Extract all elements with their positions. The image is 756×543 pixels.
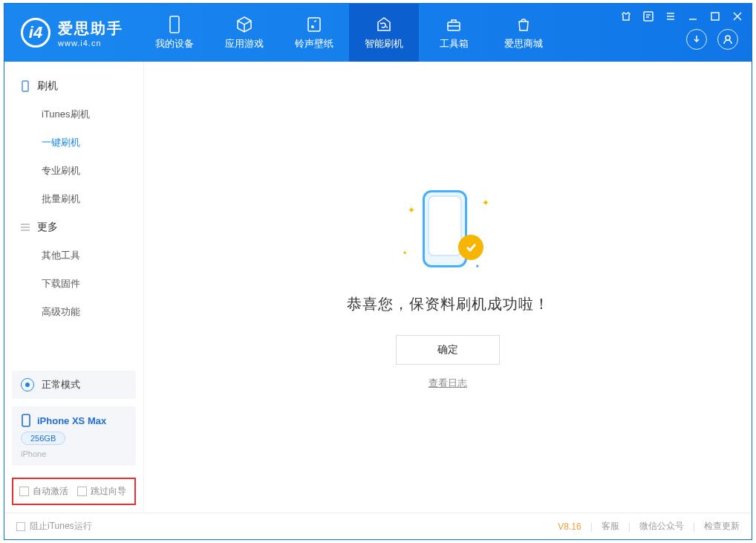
close-icon[interactable]: [731, 10, 744, 23]
device-box[interactable]: iPhone XS Max 256GB iPhone: [12, 406, 136, 466]
sparkle-icon: •: [403, 248, 406, 259]
phone-icon: [423, 190, 467, 267]
nav-group-label: 刷机: [37, 79, 58, 93]
menu-icon[interactable]: [664, 10, 677, 23]
storage-badge: 256GB: [21, 432, 65, 445]
checkbox-auto-activate[interactable]: 自动激活: [19, 485, 68, 498]
svg-rect-1: [308, 18, 320, 31]
device-type: iPhone: [21, 449, 127, 458]
nav-item-pro-flash[interactable]: 专业刷机: [4, 157, 143, 185]
nav-group-label: 更多: [37, 221, 58, 234]
user-icon[interactable]: [717, 29, 738, 50]
device-icon: [165, 15, 184, 34]
tab-label: 爱思商城: [504, 37, 543, 51]
checkbox-icon: [16, 522, 25, 531]
user-controls: [686, 29, 738, 50]
footer-right: V8.16 | 客服 | 微信公众号 | 检查更新: [558, 520, 740, 533]
tab-label: 铃声壁纸: [295, 37, 333, 51]
checkbox-label: 自动激活: [33, 485, 68, 498]
nav-item-download-firmware[interactable]: 下载固件: [4, 270, 143, 298]
check-badge-icon: [458, 235, 483, 260]
sidebar: 刷机 iTunes刷机 一键刷机 专业刷机 批量刷机 更多 其他工具 下载固件 …: [4, 62, 144, 513]
app-url: www.i4.cn: [58, 39, 123, 48]
device-name: iPhone XS Max: [37, 415, 106, 426]
status-label: 正常模式: [42, 378, 80, 391]
logo-icon: i4: [21, 18, 50, 48]
options-highlight-box: 自动激活 跳过向导: [12, 478, 136, 505]
refresh-icon: [374, 15, 394, 34]
download-icon[interactable]: [686, 29, 707, 50]
checkbox-icon: [77, 487, 87, 496]
maximize-icon[interactable]: [708, 10, 722, 23]
main-content: ✦ ✦ • • 恭喜您，保资料刷机成功啦！ 确定 查看日志: [144, 62, 752, 513]
tab-label: 智能刷机: [365, 37, 403, 51]
tab-store[interactable]: 爱思商城: [489, 4, 558, 62]
toolbox-icon: [444, 15, 463, 34]
footer-link-support[interactable]: 客服: [602, 520, 619, 533]
body: 刷机 iTunes刷机 一键刷机 专业刷机 批量刷机 更多 其他工具 下载固件 …: [4, 62, 752, 513]
sparkle-icon: ✦: [408, 205, 415, 215]
nav-item-itunes-flash[interactable]: iTunes刷机: [4, 100, 143, 129]
nav-group-flash: 刷机: [4, 72, 143, 100]
footer-link-update[interactable]: 检查更新: [704, 520, 740, 533]
app-name: 爱思助手: [58, 19, 123, 39]
success-illustration: ✦ ✦ • •: [403, 184, 492, 273]
status-box[interactable]: 正常模式: [12, 371, 136, 399]
window-controls: [619, 10, 744, 23]
title-bar: i4 爱思助手 www.i4.cn 我的设备 应用游戏 铃声壁纸 智能刷机: [4, 4, 752, 62]
tab-label: 我的设备: [155, 37, 194, 51]
ok-button[interactable]: 确定: [396, 335, 500, 365]
nav-group-more: 更多: [4, 213, 143, 241]
top-tabs: 我的设备 应用游戏 铃声壁纸 智能刷机 工具箱 爱思商城: [140, 4, 558, 62]
svg-rect-6: [22, 81, 28, 91]
nav-item-other-tools[interactable]: 其他工具: [4, 241, 143, 270]
checkbox-label: 阻止iTunes运行: [30, 520, 92, 533]
minimize-icon[interactable]: [686, 10, 700, 23]
app-window: i4 爱思助手 www.i4.cn 我的设备 应用游戏 铃声壁纸 智能刷机: [4, 3, 752, 540]
svg-point-5: [726, 36, 730, 40]
footer: 阻止iTunes运行 V8.16 | 客服 | 微信公众号 | 检查更新: [4, 513, 752, 539]
checkbox-skip-guide[interactable]: 跳过向导: [77, 485, 126, 498]
tab-label: 应用游戏: [225, 37, 264, 51]
version-label: V8.16: [558, 521, 581, 532]
view-log-link[interactable]: 查看日志: [428, 377, 467, 390]
cube-icon: [235, 15, 254, 34]
sidebar-nav: 刷机 iTunes刷机 一键刷机 专业刷机 批量刷机 更多 其他工具 下载固件 …: [4, 62, 143, 365]
checkbox-label: 跳过向导: [91, 485, 126, 498]
status-icon: [21, 378, 34, 391]
footer-link-wechat[interactable]: 微信公众号: [639, 520, 684, 533]
nav-item-batch-flash[interactable]: 批量刷机: [4, 185, 143, 213]
tab-toolbox[interactable]: 工具箱: [419, 4, 489, 62]
success-message: 恭喜您，保资料刷机成功啦！: [347, 294, 550, 314]
feedback-icon[interactable]: [642, 10, 655, 23]
sparkle-icon: ✦: [482, 198, 489, 208]
nav-item-oneclick-flash[interactable]: 一键刷机: [4, 129, 143, 157]
store-icon: [514, 15, 533, 34]
svg-rect-0: [170, 16, 179, 33]
svg-rect-4: [711, 13, 719, 20]
nav-item-advanced[interactable]: 高级功能: [4, 298, 143, 326]
device-name-row: iPhone XS Max: [21, 414, 127, 427]
sparkle-icon: •: [476, 261, 479, 272]
checkbox-stop-itunes[interactable]: 阻止iTunes运行: [16, 520, 92, 533]
shirt-icon[interactable]: [619, 10, 633, 23]
logo-area: i4 爱思助手 www.i4.cn: [4, 4, 140, 62]
svg-rect-3: [644, 12, 653, 21]
tab-smart-flash[interactable]: 智能刷机: [349, 4, 419, 62]
music-icon: [304, 15, 324, 34]
logo-text: 爱思助手 www.i4.cn: [58, 19, 123, 48]
tab-my-device[interactable]: 我的设备: [140, 4, 209, 62]
checkbox-icon: [19, 487, 29, 496]
tab-ringtone-wallpaper[interactable]: 铃声壁纸: [279, 4, 349, 62]
tab-apps-games[interactable]: 应用游戏: [209, 4, 279, 62]
tab-label: 工具箱: [440, 37, 469, 51]
svg-rect-7: [22, 414, 30, 426]
